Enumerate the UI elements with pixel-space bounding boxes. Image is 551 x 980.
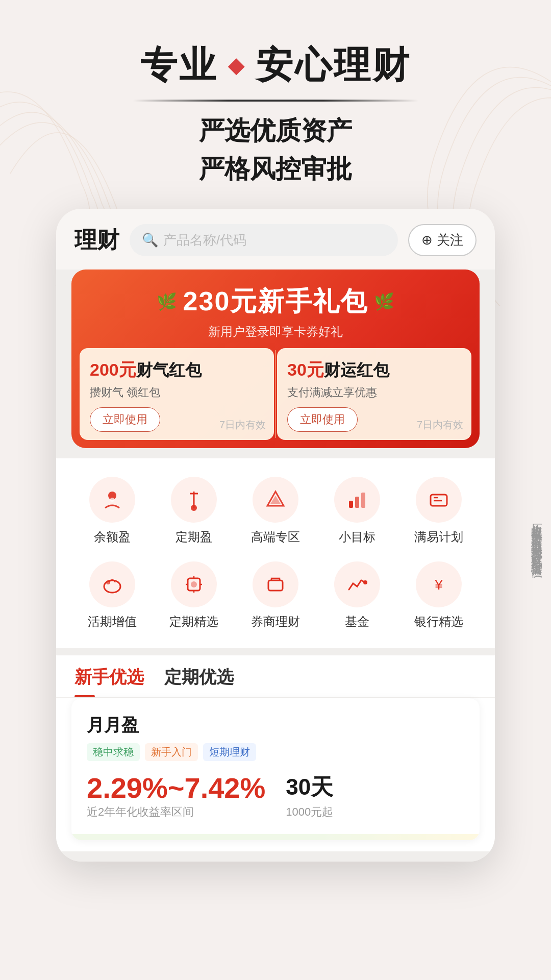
search-input-placeholder: 产品名称/代码: [163, 231, 246, 249]
promo-banner[interactable]: 🌿 230元新手礼包 🌿 新用户登录即享卡券好礼 200元财气红包 攒财气 领红…: [71, 270, 480, 448]
menu-item-gaoduan[interactable]: 高端专区: [235, 469, 316, 553]
banner-header: 🌿 230元新手礼包 🌿 新用户登录即享卡券好礼: [71, 270, 480, 348]
menu-label-dingqi: 定期盈: [176, 529, 212, 545]
search-icon: 🔍: [142, 232, 158, 248]
menu-label-manyiji: 满易计划: [414, 529, 463, 545]
app-header: 理财 🔍 产品名称/代码 ⊕ 关注: [56, 209, 495, 264]
menu-item-xiaomubiao[interactable]: 小目标: [316, 469, 398, 553]
svg-text:¥: ¥: [434, 577, 443, 593]
menu-label-yueying: 余额盈: [94, 529, 131, 545]
menu-label-dingqijx: 定期精选: [169, 614, 218, 630]
svg-point-14: [363, 580, 367, 584]
product-tag-2: 新手入门: [145, 743, 198, 761]
product-card-bottom-bar: [71, 834, 480, 840]
subtitle-line1: 严选优质资产: [0, 112, 551, 150]
menu-label-huoqi: 活期增值: [88, 614, 137, 630]
product-card-yueyuey[interactable]: 月月盈 稳中求稳 新手入门 短期理财 2.29%~7.42% 近2年年化收益率区…: [71, 698, 480, 840]
card2-use-button[interactable]: 立即使用: [287, 407, 358, 432]
yinhang-icon: ¥: [416, 561, 462, 607]
card1-amount: 200元: [90, 360, 136, 379]
manyiji-icon: [416, 477, 462, 523]
product-period-block: 30天 1000元起: [286, 772, 333, 820]
tab-dingqiyx[interactable]: 定期优选: [164, 666, 234, 697]
card2-desc: 支付满减立享优惠: [287, 385, 461, 400]
svg-point-12: [191, 581, 197, 587]
menu-item-dingqijx[interactable]: 定期精选: [153, 553, 235, 638]
product-tag-3: 短期理财: [203, 743, 256, 761]
follow-icon: ⊕: [421, 232, 433, 248]
follow-button[interactable]: ⊕ 关注: [408, 224, 477, 256]
card2-validity: 7日内有效: [417, 418, 463, 432]
product-name: 月月盈: [87, 714, 464, 737]
hero-title-right: 安心理财: [256, 41, 411, 90]
tabs-row: 新手优选 定期优选: [74, 666, 477, 697]
product-tag-1: 稳中求稳: [87, 743, 140, 761]
banner-card-1[interactable]: 200元财气红包 攒财气 领红包 立即使用 7日内有效: [80, 348, 274, 440]
banner-card-divider: [275, 350, 276, 438]
hero-diamond: ◆: [228, 54, 246, 77]
dingqijx-icon: [171, 561, 217, 607]
product-stats: 2.29%~7.42% 近2年年化收益率区间 30天 1000元起: [87, 771, 464, 820]
banner-leaf-right: 🌿: [374, 292, 394, 311]
svg-point-1: [110, 498, 114, 502]
side-disclaimer: 历史收益数据仅供参考 过往业绩不预示未来表现 理财有风险 投资需谨慎: [528, 515, 546, 559]
banner-amount: 230元新手礼包: [183, 284, 368, 320]
gaoduan-icon: [253, 477, 298, 523]
dingqi-icon: [171, 477, 217, 523]
banner-subtitle: 新用户登录即享卡券好礼: [82, 324, 469, 340]
card2-amount-title: 30元财运红包: [287, 358, 461, 382]
subtitle-line2: 严格风控审批: [0, 150, 551, 188]
app-title: 理财: [74, 225, 119, 255]
hero-header: 专业 ◆ 安心理财 严选优质资产 严格风控审批: [0, 0, 551, 209]
banner-leaf-left: 🌿: [157, 292, 177, 311]
svg-point-2: [191, 505, 197, 511]
hero-title: 专业 ◆ 安心理财: [0, 41, 551, 90]
banner-cards-row: 200元财气红包 攒财气 领红包 立即使用 7日内有效 30元财运红包 支付满减…: [71, 348, 480, 448]
menu-label-jijin: 基金: [345, 614, 369, 630]
yueying-icon: [89, 477, 135, 523]
menu-item-huoqi[interactable]: 活期增值: [71, 553, 153, 638]
menu-grid: 余额盈 定期盈 高端专区: [56, 458, 495, 648]
menu-label-gaoduan: 高端专区: [251, 529, 300, 545]
follow-label: 关注: [437, 231, 463, 249]
menu-label-yinhang: 银行精选: [414, 614, 463, 630]
card1-validity: 7日内有效: [219, 418, 266, 432]
menu-item-dingqi[interactable]: 定期盈: [153, 469, 235, 553]
svg-rect-5: [349, 501, 353, 508]
tab-xinshoux[interactable]: 新手优选: [74, 666, 144, 697]
card1-use-button[interactable]: 立即使用: [90, 407, 160, 432]
menu-item-yueying[interactable]: 余额盈: [71, 469, 153, 553]
hero-subtitle: 严选优质资产 严格风控审批: [0, 112, 551, 188]
svg-rect-6: [355, 497, 359, 508]
card1-title: 财气红包: [136, 361, 202, 379]
menu-item-jijin[interactable]: 基金: [316, 553, 398, 638]
product-period-value: 30天: [286, 772, 333, 802]
hero-divider: [133, 100, 418, 102]
menu-item-manyiji[interactable]: 满易计划: [398, 469, 480, 553]
card2-title: 财运红包: [324, 361, 389, 379]
search-bar[interactable]: 🔍 产品名称/代码: [130, 224, 398, 256]
xiaomubiao-icon: [334, 477, 380, 523]
menu-item-quanshang[interactable]: 券商理财: [235, 553, 316, 638]
svg-rect-7: [361, 493, 365, 508]
card1-amount-title: 200元财气红包: [90, 358, 264, 382]
menu-label-quanshang: 券商理财: [251, 614, 300, 630]
svg-rect-13: [268, 580, 283, 591]
product-rate: 2.29%~7.42%: [87, 771, 265, 804]
menu-item-yinhang[interactable]: ¥ 银行精选: [398, 553, 480, 638]
product-tags: 稳中求稳 新手入门 短期理财: [87, 743, 464, 761]
jijin-icon: [334, 561, 380, 607]
card1-desc: 攒财气 领红包: [90, 385, 264, 400]
hero-title-left: 专业: [140, 41, 218, 90]
product-tabs: 新手优选 定期优选: [56, 655, 495, 697]
menu-label-xiaomubiao: 小目标: [339, 529, 375, 545]
card2-amount: 30元: [287, 360, 324, 379]
banner-card-2[interactable]: 30元财运红包 支付满减立享优惠 立即使用 7日内有效: [277, 348, 471, 440]
product-rate-label: 近2年年化收益率区间: [87, 804, 265, 820]
huoqi-icon: [89, 561, 135, 607]
product-period-label: 1000元起: [286, 804, 333, 820]
phone-mockup: 理财 🔍 产品名称/代码 ⊕ 关注 🌿 230元新手礼包: [56, 209, 495, 862]
quanshang-icon: [253, 561, 298, 607]
